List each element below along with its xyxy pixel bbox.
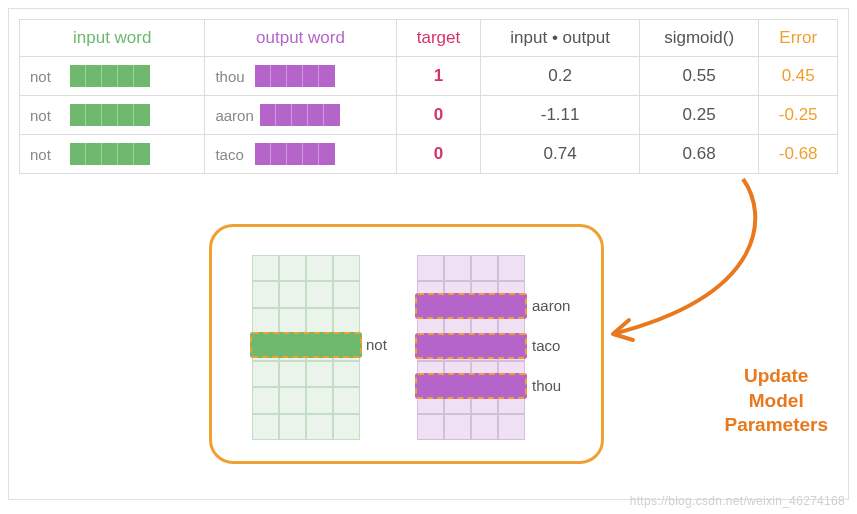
output-word-label: taco — [215, 146, 249, 163]
cell-input: not — [20, 96, 205, 135]
cell-dot: 0.2 — [481, 57, 640, 96]
cell-target: 0 — [396, 135, 481, 174]
header-output-word: output word — [205, 20, 396, 57]
table-row: not aaron 0 -1.11 0.25 -0.25 — [20, 96, 838, 135]
header-input-word: input word — [20, 20, 205, 57]
header-target: target — [396, 20, 481, 57]
input-vector-icon — [70, 143, 150, 165]
cell-sigmoid: 0.68 — [639, 135, 759, 174]
cell-dot: 0.74 — [481, 135, 640, 174]
input-word-label: not — [30, 68, 64, 85]
output-word-label: thou — [215, 68, 249, 85]
update-caption-line: Update — [724, 364, 828, 389]
output-vector-icon — [260, 104, 340, 126]
table-row: not thou 1 0.2 0.55 0.45 — [20, 57, 838, 96]
highlight-input-row — [250, 332, 362, 358]
cell-error: -0.25 — [759, 96, 838, 135]
input-row-label: not — [366, 336, 387, 353]
table-header-row: input word output word target input • ou… — [20, 20, 838, 57]
update-caption-line: Model — [724, 389, 828, 414]
cell-output: thou — [205, 57, 396, 96]
cell-input: not — [20, 135, 205, 174]
output-row-label: taco — [532, 337, 560, 354]
output-vector-icon — [255, 65, 335, 87]
cell-output: taco — [205, 135, 396, 174]
update-caption-line: Parameters — [724, 413, 828, 438]
highlight-output-row — [415, 333, 527, 359]
header-error: Error — [759, 20, 838, 57]
cell-target: 1 — [396, 57, 481, 96]
cell-target: 0 — [396, 96, 481, 135]
cell-sigmoid: 0.55 — [639, 57, 759, 96]
input-word-label: not — [30, 146, 64, 163]
cell-output: aaron — [205, 96, 396, 135]
cell-error: 0.45 — [759, 57, 838, 96]
training-table: input word output word target input • ou… — [19, 19, 838, 174]
highlight-output-row — [415, 293, 527, 319]
input-vector-icon — [70, 104, 150, 126]
embedding-diagram: not aaron taco thou — [209, 224, 604, 464]
cell-error: -0.68 — [759, 135, 838, 174]
figure-container: input word output word target input • ou… — [8, 8, 849, 500]
output-word-label: aaron — [215, 107, 253, 124]
input-vector-icon — [70, 65, 150, 87]
cell-input: not — [20, 57, 205, 96]
header-dot-product: input • output — [481, 20, 640, 57]
cell-dot: -1.11 — [481, 96, 640, 135]
header-sigmoid: sigmoid() — [639, 20, 759, 57]
output-row-label: thou — [532, 377, 561, 394]
cell-sigmoid: 0.25 — [639, 96, 759, 135]
update-caption: Update Model Parameters — [724, 364, 828, 438]
table-row: not taco 0 0.74 0.68 -0.68 — [20, 135, 838, 174]
input-word-label: not — [30, 107, 64, 124]
highlight-output-row — [415, 373, 527, 399]
output-row-label: aaron — [532, 297, 570, 314]
watermark-text: https://blog.csdn.net/weixin_46274168 — [630, 494, 845, 508]
output-vector-icon — [255, 143, 335, 165]
